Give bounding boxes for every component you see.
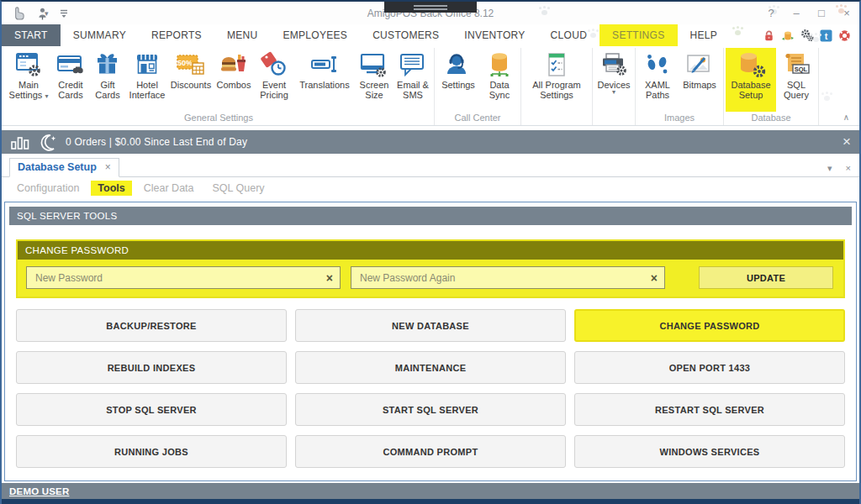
update-password-button[interactable]: UPDATE <box>699 266 833 289</box>
change-password-button[interactable]: CHANGE PASSWORD <box>574 309 845 342</box>
ribbon-item-discounts[interactable]: 50% Discounts <box>168 48 214 112</box>
ribbon-group-label: Database <box>726 112 816 125</box>
ribbon-item-call-center-settings[interactable]: Settings <box>436 48 480 112</box>
menu-tab-reports[interactable]: REPORTS <box>139 24 214 46</box>
hand-pointer-icon[interactable] <box>10 5 27 21</box>
running-jobs-button[interactable]: RUNNING JOBS <box>16 435 287 468</box>
tab-overflow-icon[interactable]: ▾ <box>827 163 832 174</box>
drag-handle[interactable] <box>384 2 477 13</box>
tools-panel: SQL SERVER TOOLS CHANGE PASSWORD × × UPD… <box>4 202 857 481</box>
ribbon-item-database-setup[interactable]: Database Setup <box>726 48 776 112</box>
menu-tab-cloud[interactable]: CLOUD <box>538 24 600 46</box>
menu-tab-summary[interactable]: SUMMARY <box>61 24 139 46</box>
new-password-field-wrap: × <box>26 266 341 289</box>
subtab-tools[interactable]: Tools <box>91 181 131 196</box>
ribbon-item-label: Data Sync <box>480 80 519 101</box>
menu-tab-settings[interactable]: SETTINGS <box>600 24 677 46</box>
ribbon-group-label: Call Center <box>436 112 519 125</box>
quick-access-customize-icon[interactable] <box>59 8 69 18</box>
rebuild-indexes-button[interactable]: REBUILD INDEXES <box>16 351 287 384</box>
ribbon-item-all-program-settings[interactable]: All Program Settings <box>523 48 590 112</box>
combos-icon <box>219 50 249 80</box>
document-tab-row: Database Setup × ▾ × <box>2 156 859 177</box>
current-user-link[interactable]: DEMO USER <box>9 486 69 496</box>
ribbon-item-data-sync[interactable]: Data Sync <box>480 48 519 112</box>
devices-icon <box>599 50 629 80</box>
moon-star-icon[interactable] <box>38 133 58 151</box>
tabrow-close-icon[interactable]: × <box>846 163 851 174</box>
windows-services-button[interactable]: WINDOWS SERVICES <box>574 435 845 468</box>
lock-icon[interactable] <box>763 29 775 42</box>
ribbon-item-event-pricing[interactable]: Event Pricing <box>254 48 294 112</box>
close-button[interactable]: × <box>834 7 859 19</box>
menu-tab-customers[interactable]: CUSTOMERS <box>360 24 452 46</box>
ribbon-item-label: Combos <box>217 80 251 90</box>
bitmaps-icon <box>684 50 715 80</box>
tab-database-setup[interactable]: Database Setup × <box>9 158 119 177</box>
ribbon-item-credit-cards[interactable]: Credit Cards <box>52 48 89 112</box>
ribbon-item-label: Gift Cards <box>89 80 126 101</box>
ribbon-item-bitmaps[interactable]: Bitmaps <box>678 48 721 112</box>
ribbon-item-xaml-paths[interactable]: XAML Paths <box>637 48 678 112</box>
ribbon-item-gift-cards[interactable]: Gift Cards <box>89 48 126 112</box>
menu-tab-inventory[interactable]: INVENTORY <box>452 24 537 46</box>
new-password-input[interactable] <box>34 271 321 285</box>
clear-confirm-password-icon[interactable]: × <box>646 271 658 285</box>
bar-chart-icon[interactable] <box>10 134 30 150</box>
ribbon-group-images: XAML Paths Bitmaps Images <box>636 48 724 125</box>
ribbon-item-devices[interactable]: Devices ▾ <box>594 48 633 112</box>
app-window: ▾ AmigoPOS Back Office 8.12 ? – □ × STAR… <box>0 0 861 504</box>
menu-tab-menu[interactable]: MENU <box>214 24 271 46</box>
backup-restore-button[interactable]: BACKUP/RESTORE <box>16 309 287 342</box>
gears-icon[interactable] <box>800 29 814 42</box>
ribbon-item-main-settings[interactable]: Main Settings ▾ <box>5 48 52 112</box>
subtab-configuration[interactable]: Configuration <box>10 181 86 196</box>
ribbon-item-hotel-interface[interactable]: Hotel Interface <box>126 48 168 112</box>
restart-sql-server-button[interactable]: RESTART SQL SERVER <box>574 393 845 426</box>
minimize-button[interactable]: – <box>784 7 809 19</box>
clear-new-password-icon[interactable]: × <box>321 271 333 285</box>
ribbon-item-label: Screen Size <box>355 80 394 101</box>
ribbon-group-label <box>523 112 590 125</box>
ribbon-item-screen-size[interactable]: Screen Size <box>355 48 394 112</box>
life-ring-icon[interactable] <box>838 29 851 42</box>
sql-tools-button-grid: BACKUP/RESTORE NEW DATABASE CHANGE PASSW… <box>16 309 845 468</box>
maintenance-button[interactable]: MAINTENANCE <box>295 351 566 384</box>
window-bottom-edge <box>2 499 859 504</box>
hotel-interface-icon <box>132 50 162 80</box>
open-port-1433-button[interactable]: OPEN PORT 1433 <box>574 351 845 384</box>
confirm-password-input[interactable] <box>358 271 646 285</box>
stop-sql-server-button[interactable]: STOP SQL SERVER <box>16 393 287 426</box>
ribbon-item-combos[interactable]: Combos <box>214 48 254 112</box>
maximize-button[interactable]: □ <box>809 7 834 19</box>
chevron-down-icon: ▾ <box>45 92 48 100</box>
subtab-clear-data[interactable]: Clear Data <box>137 181 201 196</box>
database-sync-icon[interactable] <box>781 29 795 42</box>
ribbon-group-label <box>594 112 633 125</box>
start-sql-server-button[interactable]: START SQL SERVER <box>295 393 566 426</box>
help-button[interactable]: ? <box>758 7 784 19</box>
ribbon-item-email-sms[interactable]: Email & SMS <box>394 48 432 112</box>
menu-tab-start[interactable]: START <box>2 24 61 46</box>
statusbar-close-icon[interactable]: × <box>843 134 851 150</box>
ribbon-item-translations[interactable]: Translations <box>294 48 355 112</box>
email-sms-icon <box>398 50 428 80</box>
menubar: START SUMMARY REPORTS MENU EMPLOYEES CUS… <box>2 24 859 46</box>
change-password-section: CHANGE PASSWORD × × UPDATE <box>16 239 845 298</box>
command-prompt-button[interactable]: COMMAND PROMPT <box>295 435 566 468</box>
main-settings-icon <box>13 50 44 80</box>
ribbon-item-label: SQL Query <box>776 80 816 101</box>
ribbon-collapse-button[interactable]: ∧ <box>843 113 849 122</box>
orders-statusbar: 0 Orders | $0.00 Since Last End of Day × <box>2 130 859 154</box>
subtab-sql-query[interactable]: SQL Query <box>206 181 272 196</box>
call-center-settings-icon <box>443 50 473 80</box>
menu-tab-employees[interactable]: EMPLOYEES <box>270 24 360 46</box>
twitter-icon[interactable]: t <box>820 29 832 42</box>
new-database-button[interactable]: NEW DATABASE <box>295 309 566 342</box>
menu-tab-help[interactable]: HELP <box>678 24 731 46</box>
user-pin-icon[interactable]: ▾ <box>37 7 49 20</box>
ribbon-item-sql-query[interactable]: SQL SQL Query <box>776 48 816 112</box>
ribbon-item-label: XAML Paths <box>637 80 678 101</box>
tab-close-icon[interactable]: × <box>105 161 111 173</box>
ribbon-group-call-center: Settings Data Sync Call Center <box>435 48 521 125</box>
